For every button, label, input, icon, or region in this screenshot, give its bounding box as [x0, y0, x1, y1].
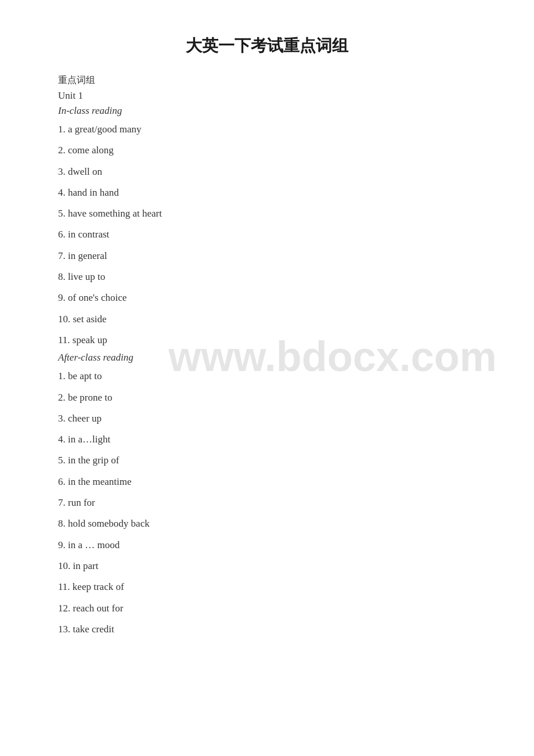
list-item: 4. hand in hand	[58, 183, 476, 202]
list-item: 8. hold somebody back	[58, 514, 476, 533]
list-item: 5. in the grip of	[58, 451, 476, 470]
list-item: 5. have something at heart	[58, 204, 476, 223]
list-item: 7. run for	[58, 494, 476, 512]
content-area: 重点词组 Unit 1 In-class reading 1. a great/…	[58, 74, 476, 639]
list-item: 10. in part	[58, 557, 476, 575]
list-item: 9. of one's choice	[58, 289, 476, 307]
after-class-phrases-list: 1. be apt to2. be prone to3. cheer up4. …	[58, 367, 476, 639]
unit-label: Unit 1	[58, 90, 476, 102]
list-item: 1. a great/good many	[58, 120, 476, 139]
list-item: 9. in a … mood	[58, 536, 476, 555]
list-item: 8. live up to	[58, 268, 476, 286]
in-class-phrases-list: 1. a great/good many2. come along3. dwel…	[58, 120, 476, 350]
list-item: 6. in the meantime	[58, 473, 476, 491]
list-item: 3. dwell on	[58, 163, 476, 181]
list-item: 4. in a…light	[58, 430, 476, 449]
after-class-reading-label: After-class reading	[58, 352, 476, 363]
list-item: 6. in contrast	[58, 225, 476, 244]
list-item: 12. reach out for	[58, 599, 476, 618]
in-class-reading-label: In-class reading	[58, 105, 476, 117]
page-title: 大英一下考试重点词组	[58, 35, 476, 57]
list-item: 7. in general	[58, 247, 476, 265]
list-item: 2. come along	[58, 141, 476, 160]
list-item: 1. be apt to	[58, 367, 476, 386]
list-item: 11. speak up	[58, 331, 476, 350]
list-item: 10. set aside	[58, 310, 476, 329]
list-item: 13. take credit	[58, 620, 476, 639]
list-item: 2. be prone to	[58, 388, 476, 407]
section-label: 重点词组	[58, 74, 476, 87]
list-item: 3. cheer up	[58, 409, 476, 428]
list-item: 11. keep track of	[58, 578, 476, 596]
